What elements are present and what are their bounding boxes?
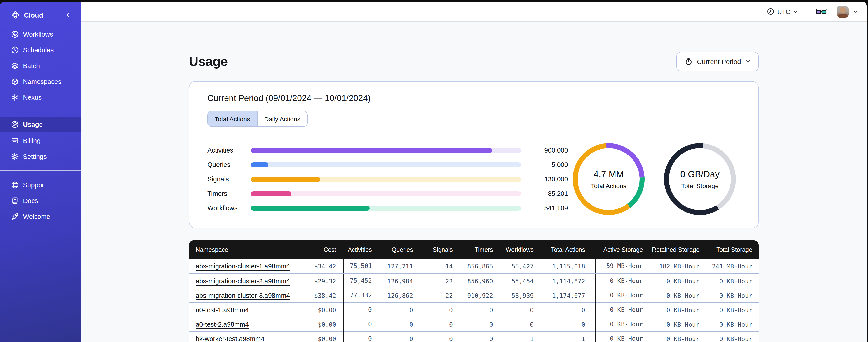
chevron-down-icon	[793, 9, 798, 14]
sidebar-nav-main: WorkflowsSchedulesBatchNamespacesNexus	[0, 28, 81, 104]
sidebar-item-batch[interactable]: Batch	[0, 59, 81, 73]
cell-cost: $0.00	[309, 335, 342, 342]
bar-track	[251, 206, 521, 210]
namespace-link[interactable]: abs-migration-cluster-3.a98mm4	[189, 292, 309, 299]
bar-label: Activities	[208, 147, 251, 154]
bar-track	[251, 162, 521, 167]
sidebar-item-label: Batch	[23, 62, 40, 69]
cell-retained-storage: 0 KB-Hour	[648, 277, 704, 285]
table-row: a0-test-2.a98mm4$0.000000000 KB-Hour0 KB…	[189, 317, 758, 331]
temporal-logo-icon	[11, 10, 20, 20]
sidebar-item-namespaces[interactable]: Namespaces	[0, 75, 81, 89]
donut-value: 0 GB/Day	[680, 169, 719, 179]
sidebar-item-label: Docs	[23, 197, 38, 204]
page-header: Usage Current Period	[189, 52, 758, 71]
namespace-link[interactable]: bk-worker-test.a98mm4	[189, 335, 309, 342]
cell-total-storage: 0 KB-Hour	[704, 306, 758, 314]
timezone-selector[interactable]: UTC	[767, 8, 798, 15]
sidebar-item-label: Usage	[23, 121, 43, 128]
cell-active-storage: 0 KB-Hour	[595, 303, 648, 317]
actions-tab-group: Total ActionsDaily Actions	[208, 111, 308, 127]
cell-workflows: 58,939	[499, 292, 539, 299]
namespace-link[interactable]: a0-test-1.a98mm4	[189, 306, 309, 314]
table-row: abs-migration-cluster-2.a98mm4$29.3275,4…	[189, 273, 758, 288]
collapse-sidebar-button[interactable]	[65, 11, 72, 19]
feedback-glasses-icon[interactable]	[815, 7, 827, 16]
sidebar-item-nexus[interactable]: Nexus	[0, 91, 81, 104]
usage-summary-card: Current Period (09/01/2024 — 10/01/2024)…	[189, 81, 758, 228]
bar-track	[251, 177, 521, 181]
main-content: Usage Current Period Current Period (09/…	[81, 22, 867, 342]
donut-value: 4.7 MM	[593, 169, 624, 179]
cell-workflows: 0	[499, 306, 539, 314]
cell-cost: $0.00	[309, 306, 342, 314]
cell-cost: $29.32	[309, 277, 342, 285]
sidebar-item-welcome[interactable]: Welcome	[0, 210, 81, 223]
sidebar-item-usage[interactable]: Usage	[0, 117, 81, 132]
cell-timers: 0	[459, 335, 499, 342]
sidebar-item-schedules[interactable]: Schedules	[0, 43, 81, 57]
tab-daily-actions[interactable]: Daily Actions	[257, 111, 307, 126]
cell-queries: 127,211	[378, 263, 419, 270]
cell-retained-storage: 0 KB-Hour	[648, 335, 704, 342]
column-header-cost: Cost	[309, 246, 342, 253]
namespace-link[interactable]: abs-migration-cluster-1.a98mm4	[189, 263, 309, 270]
period-dropdown-label: Current Period	[697, 58, 741, 65]
cell-workflows: 1	[499, 335, 539, 342]
clock-icon	[767, 8, 774, 15]
cell-queries: 0	[378, 321, 419, 328]
period-dropdown-button[interactable]: Current Period	[677, 52, 758, 71]
bar-value: 900,000	[521, 147, 569, 154]
column-header-signals: Signals	[419, 246, 459, 253]
tab-total-actions[interactable]: Total Actions	[208, 111, 257, 126]
sidebar-item-docs[interactable]: Docs	[0, 194, 81, 208]
bar-label: Workflows	[208, 204, 251, 212]
namespace-link[interactable]: abs-migration-cluster-2.a98mm4	[189, 277, 309, 285]
cell-activities: 75,501	[342, 259, 378, 273]
sidebar-item-support[interactable]: Support	[0, 178, 81, 192]
cell-activities: 0	[342, 332, 378, 342]
cell-total-actions: 1	[539, 335, 595, 342]
batch-icon	[11, 62, 19, 70]
browser-window: Cloud WorkflowsSchedulesBatchNamespacesN…	[0, 2, 867, 342]
workflows-icon	[11, 30, 19, 38]
cell-timers: 0	[459, 321, 499, 328]
namespace-link[interactable]: a0-test-2.a98mm4	[189, 321, 309, 328]
column-header-total-storage: Total Storage	[704, 246, 758, 253]
sidebar-item-settings[interactable]: Settings	[0, 150, 81, 163]
column-header-retained-storage: Retained Storage	[648, 246, 704, 253]
cell-retained-storage: 182 MB-Hour	[648, 263, 704, 270]
user-menu-chevron-icon[interactable]	[853, 9, 859, 14]
cell-active-storage: 0 KB-Hour	[595, 317, 648, 332]
column-header-total-actions: Total Actions	[539, 246, 595, 253]
namespace-usage-table: NamespaceCostActivitiesQueriesSignalsTim…	[189, 240, 758, 342]
sidebar-nav-account: UsageBillingSettings	[0, 117, 81, 163]
cell-workflows: 0	[499, 321, 539, 328]
cell-signals: 22	[419, 292, 459, 299]
sidebar-item-billing[interactable]: Billing	[0, 134, 81, 147]
cell-retained-storage: 0 KB-Hour	[648, 306, 704, 314]
user-avatar[interactable]	[837, 6, 848, 18]
welcome-icon	[11, 212, 19, 220]
cell-total-storage: 0 KB-Hour	[704, 321, 758, 328]
column-header-activities: Activities	[342, 246, 378, 253]
sidebar-item-label: Workflows	[23, 31, 53, 38]
bar-value: 5,000	[521, 161, 569, 168]
donut-total-actions: 4.7 MMTotal Actions	[569, 139, 648, 219]
cell-active-storage: 0 KB-Hour	[595, 332, 648, 342]
cell-total-actions: 1,115,018	[539, 263, 595, 270]
sidebar-item-label: Schedules	[23, 46, 54, 54]
bar-value: 130,000	[521, 175, 569, 183]
cell-activities: 0	[342, 303, 378, 317]
usage-bar-row-workflows: Workflows541,109	[208, 204, 569, 212]
namespaces-icon	[11, 78, 19, 86]
cell-signals: 0	[419, 306, 459, 314]
bar-value: 541,109	[521, 204, 569, 212]
cell-cost: $38.42	[309, 292, 342, 299]
table-row: bk-worker-test.a98mm4$0.000000110 KB-Hou…	[189, 331, 758, 342]
cell-signals: 22	[419, 277, 459, 285]
sidebar-item-workflows[interactable]: Workflows	[0, 28, 81, 41]
cell-active-storage: 0 KB-Hour	[595, 274, 648, 288]
usage-donut-charts: 4.7 MMTotal Actions0 GB/DayTotal Storage	[569, 139, 742, 219]
cell-total-actions: 0	[539, 306, 595, 314]
